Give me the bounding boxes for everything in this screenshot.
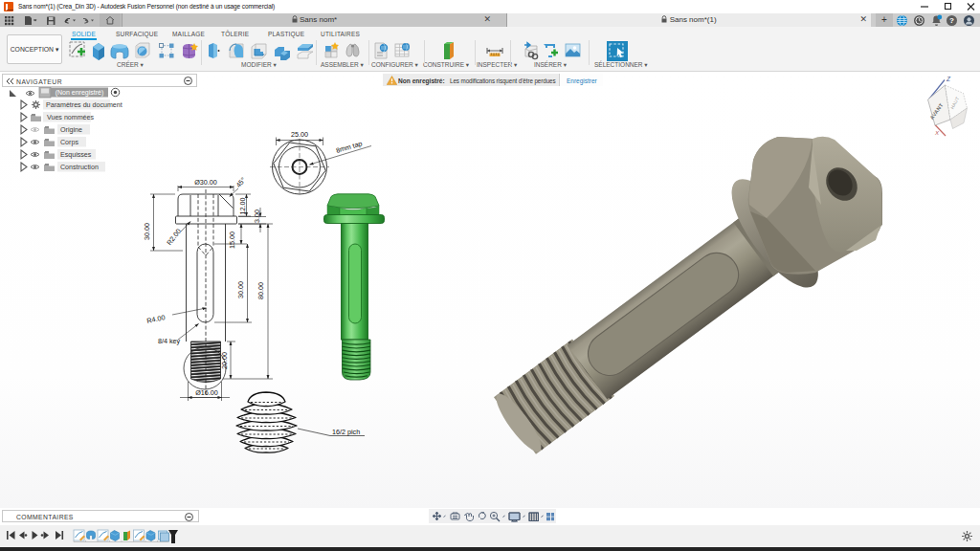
- svg-text:Ø16.00: Ø16.00: [195, 388, 218, 397]
- svg-text:80.00: 80.00: [256, 282, 265, 299]
- svg-text:16/2 pich: 16/2 pich: [332, 428, 360, 436]
- svg-text:X: X: [934, 130, 940, 136]
- svg-text:R2.00: R2.00: [165, 227, 183, 247]
- svg-text:15.00: 15.00: [228, 231, 236, 249]
- svg-text:8/4 key: 8/4 key: [158, 337, 181, 345]
- svg-text:45°: 45°: [234, 176, 248, 189]
- svg-text:12.00: 12.00: [238, 198, 247, 215]
- svg-text:20.00: 20.00: [220, 352, 229, 369]
- svg-text:25.00: 25.00: [291, 130, 308, 139]
- svg-text:30.00: 30.00: [143, 223, 151, 240]
- svg-text:30.00: 30.00: [236, 281, 245, 298]
- svg-text:R4.00: R4.00: [146, 313, 167, 325]
- svg-text:Ø30.00: Ø30.00: [194, 178, 217, 187]
- svg-text:3.00: 3.00: [253, 209, 261, 223]
- svg-text:Z: Z: [946, 76, 951, 82]
